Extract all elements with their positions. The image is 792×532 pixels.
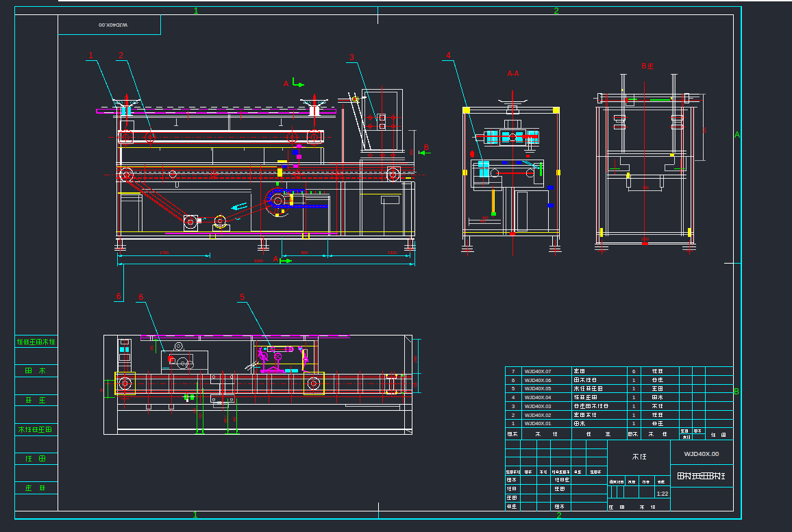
svg-text:35: 35: [100, 388, 103, 392]
svg-text:1200: 1200: [641, 237, 648, 241]
svg-text:5: 5: [512, 385, 515, 392]
svg-text:3: 3: [512, 403, 515, 409]
svg-text:500: 500: [414, 382, 417, 388]
svg-text:1: 1: [632, 394, 635, 401]
svg-text:447: 447: [233, 416, 236, 422]
svg-text:WJD40X.01: WJD40X.01: [525, 420, 551, 427]
svg-text:1: 1: [632, 412, 635, 418]
svg-text:2: 2: [512, 412, 515, 418]
svg-text:1448: 1448: [414, 355, 417, 363]
svg-text:1780: 1780: [159, 251, 169, 255]
svg-text:1: 1: [88, 51, 93, 60]
svg-text:6: 6: [138, 292, 143, 302]
svg-text:6: 6: [512, 377, 515, 383]
svg-text:5: 5: [240, 292, 245, 302]
svg-text:850: 850: [702, 127, 706, 134]
svg-text:WJD40X.03: WJD40X.03: [525, 403, 551, 409]
svg-text:240: 240: [150, 345, 153, 351]
svg-text:2: 2: [556, 510, 561, 520]
svg-text:B: B: [734, 387, 739, 396]
svg-text:4: 4: [512, 394, 515, 401]
svg-text:WJD40X.02: WJD40X.02: [525, 412, 551, 418]
svg-text:B: B: [423, 143, 428, 151]
svg-text:1320: 1320: [387, 251, 397, 255]
svg-text:1:22: 1:22: [657, 490, 669, 497]
svg-text:1: 1: [632, 403, 635, 409]
svg-text:1: 1: [193, 5, 198, 16]
svg-text:A: A: [734, 130, 740, 140]
svg-text:WJD40X.00: WJD40X.00: [684, 450, 719, 457]
svg-text:460: 460: [643, 186, 649, 190]
svg-text:1: 1: [632, 385, 635, 392]
svg-text:2: 2: [119, 51, 123, 60]
svg-text:A: A: [273, 255, 278, 263]
svg-text:318: 318: [193, 408, 197, 414]
svg-text:WJD40X.04: WJD40X.04: [525, 394, 551, 401]
svg-text:3260: 3260: [253, 259, 263, 263]
svg-text:6: 6: [116, 292, 121, 301]
svg-text:2: 2: [554, 5, 558, 16]
svg-text:1: 1: [632, 420, 635, 427]
svg-text:WJD40X.06: WJD40X.06: [525, 377, 551, 383]
svg-text:1: 1: [512, 420, 515, 427]
svg-text:485.7: 485.7: [224, 415, 227, 423]
svg-text:A: A: [283, 79, 288, 88]
svg-text:515: 515: [199, 413, 202, 418]
svg-text:3: 3: [349, 53, 354, 62]
svg-text:1: 1: [632, 377, 635, 383]
svg-text:1: 1: [193, 509, 197, 520]
svg-text:800: 800: [301, 251, 308, 255]
svg-text:450: 450: [480, 219, 486, 223]
svg-text:B: B: [641, 62, 646, 70]
svg-text:WJD40X.07: WJD40X.07: [525, 368, 551, 375]
svg-text:7: 7: [512, 368, 515, 375]
svg-text:WJD40X.00: WJD40X.00: [99, 22, 127, 28]
svg-text:WJD40X.05: WJD40X.05: [525, 385, 551, 392]
svg-text:6: 6: [632, 368, 635, 375]
svg-text:850: 850: [409, 149, 413, 155]
svg-text:4: 4: [446, 51, 451, 60]
svg-text:A-A: A-A: [507, 70, 519, 77]
